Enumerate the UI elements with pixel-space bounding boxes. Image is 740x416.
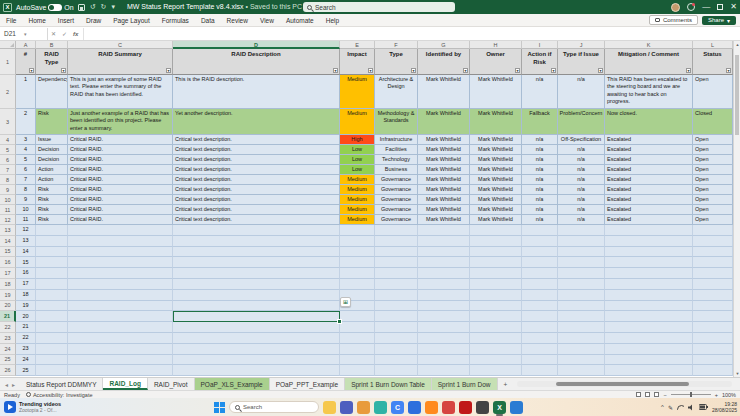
quick-analysis-button[interactable]: ⊞ [340, 297, 351, 307]
row-header-14[interactable]: 14 [0, 236, 16, 247]
cell-mitigation[interactable] [605, 333, 693, 344]
filter-dropdown-icon[interactable]: ▾ [29, 68, 34, 73]
cell-summary[interactable]: Critical RAID. [68, 165, 173, 175]
cell-type_if_issue[interactable] [558, 268, 605, 279]
cell-summary[interactable] [68, 355, 173, 366]
cell-num[interactable]: 14 [16, 247, 36, 258]
cell-identified_by[interactable]: Mark Whitfield [418, 165, 470, 175]
row-header-18[interactable]: 18 [0, 279, 16, 290]
cell-identified_by[interactable] [418, 290, 470, 301]
cell-num[interactable]: 25 [16, 365, 36, 376]
cell-owner[interactable]: Mark Whitfield [470, 205, 522, 215]
cell-identified_by[interactable]: Mark Whitfield [418, 185, 470, 195]
ribbon-tab-formulas[interactable]: Formulas [156, 14, 195, 27]
cell-summary[interactable] [68, 344, 173, 355]
cell-raid_type[interactable] [36, 290, 68, 301]
cell-type[interactable] [375, 290, 418, 301]
cell-type_if_issue[interactable] [558, 333, 605, 344]
column-title-status[interactable]: Status▾ [693, 49, 733, 75]
filter-dropdown-icon[interactable]: ▾ [166, 68, 171, 73]
row-header-2[interactable]: 2 [0, 75, 16, 109]
cell-owner[interactable]: Mark Whitfield [470, 195, 522, 205]
row-header-21[interactable]: 21 [0, 311, 16, 322]
cell-status[interactable]: Closed [693, 109, 733, 135]
cell-description[interactable] [173, 333, 340, 344]
cell-identified_by[interactable]: Mark Whitfield [418, 75, 470, 109]
cell-identified_by[interactable] [418, 301, 470, 312]
row-header-20[interactable]: 20 [0, 301, 16, 312]
column-header-L[interactable]: L [693, 41, 733, 49]
cell-num[interactable]: 2 [16, 109, 36, 135]
row-header-12[interactable]: 12 [0, 215, 16, 225]
cell-summary[interactable]: Critical RAID. [68, 195, 173, 205]
sheet-tab-raid-log[interactable]: RAID_Log [103, 378, 147, 390]
cell-summary[interactable] [68, 236, 173, 247]
cell-raid_type[interactable]: Action [36, 175, 68, 185]
row-header-15[interactable]: 15 [0, 247, 16, 258]
cell-status[interactable] [693, 279, 733, 290]
cell-description[interactable]: This is the RAID description. [173, 75, 340, 109]
cell-mitigation[interactable] [605, 301, 693, 312]
row-header-22[interactable]: 22 [0, 322, 16, 333]
filter-dropdown-icon[interactable]: ▾ [598, 68, 603, 73]
column-header-D[interactable]: D [173, 41, 340, 49]
cell-summary[interactable] [68, 268, 173, 279]
cell-summary[interactable] [68, 322, 173, 333]
cell-mitigation[interactable] [605, 268, 693, 279]
cell-owner[interactable] [470, 301, 522, 312]
undo-icon[interactable]: ↺ [90, 3, 96, 11]
cell-description[interactable] [173, 279, 340, 290]
notifications-icon[interactable] [687, 3, 695, 11]
cell-action_if_risk[interactable] [522, 311, 558, 322]
cell-description[interactable]: Critical text description. [173, 165, 340, 175]
cell-num[interactable]: 9 [16, 195, 36, 205]
cell-summary[interactable] [68, 311, 173, 322]
row-header-9[interactable]: 9 [0, 185, 16, 195]
cell-identified_by[interactable]: Mark Whitfield [418, 215, 470, 225]
cell-owner[interactable]: Mark Whitfield [470, 109, 522, 135]
cell-description[interactable]: Critical text description. [173, 135, 340, 145]
cell-action_if_risk[interactable]: n/a [522, 215, 558, 225]
cell-type[interactable]: Governance [375, 175, 418, 185]
taskbar-search-box[interactable]: Search [229, 401, 319, 413]
cell-type_if_issue[interactable]: n/a [558, 175, 605, 185]
battery-icon[interactable] [699, 404, 708, 410]
cell-action_if_risk[interactable] [522, 225, 558, 236]
cell-action_if_risk[interactable] [522, 247, 558, 258]
cell-type_if_issue[interactable]: n/a [558, 145, 605, 155]
cell-raid_type[interactable]: Risk [36, 215, 68, 225]
cell-type_if_issue[interactable] [558, 311, 605, 322]
cell-mitigation[interactable] [605, 365, 693, 376]
select-all-button[interactable] [0, 41, 16, 49]
cell-raid_type[interactable]: Decision [36, 145, 68, 155]
cell-description[interactable] [173, 236, 340, 247]
column-header-G[interactable]: G [418, 41, 470, 49]
cell-action_if_risk[interactable] [522, 333, 558, 344]
cell-status[interactable] [693, 225, 733, 236]
cell-status[interactable] [693, 290, 733, 301]
cell-raid_type[interactable] [36, 333, 68, 344]
vertical-scroll-thumb[interactable] [735, 55, 739, 135]
column-title-num[interactable]: #▾ [16, 49, 36, 75]
filter-dropdown-icon[interactable]: ▾ [368, 68, 373, 73]
cell-identified_by[interactable] [418, 355, 470, 366]
ribbon-tab-automate[interactable]: Automate [280, 14, 320, 27]
cell-impact[interactable]: Low [340, 165, 375, 175]
cell-mitigation[interactable]: Escalated [605, 155, 693, 165]
cell-identified_by[interactable] [418, 333, 470, 344]
cell-status[interactable] [693, 257, 733, 268]
cell-summary[interactable] [68, 225, 173, 236]
insert-function-icon[interactable]: fx [70, 31, 81, 37]
cell-status[interactable]: Open [693, 175, 733, 185]
sheet-tab-poap-ppt-example[interactable]: POaP_PPT_Example [270, 378, 346, 390]
cell-type_if_issue[interactable] [558, 279, 605, 290]
row-header-25[interactable]: 25 [0, 355, 16, 366]
cell-num[interactable]: 20 [16, 311, 36, 322]
cell-raid_type[interactable] [36, 247, 68, 258]
cell-owner[interactable] [470, 268, 522, 279]
ribbon-tab-insert[interactable]: Insert [52, 14, 80, 27]
cell-num[interactable]: 3 [16, 135, 36, 145]
ribbon-tab-draw[interactable]: Draw [80, 14, 107, 27]
cell-action_if_risk[interactable] [522, 268, 558, 279]
cell-owner[interactable] [470, 290, 522, 301]
